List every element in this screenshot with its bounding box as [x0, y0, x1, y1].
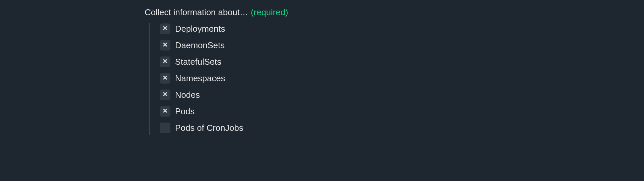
checkbox-namespaces[interactable]: [160, 73, 170, 84]
checkbox-row-pods[interactable]: Pods: [160, 106, 644, 117]
checkbox-label[interactable]: StatefulSets: [175, 57, 221, 67]
x-icon: [162, 75, 168, 82]
checkbox-row-namespaces[interactable]: Namespaces: [160, 73, 644, 84]
checkbox-nodes[interactable]: [160, 90, 170, 100]
checkbox-deployments[interactable]: [160, 23, 170, 34]
checkbox-label[interactable]: Pods: [175, 106, 195, 117]
section-header: Collect information about… (required): [145, 7, 644, 18]
checkbox-row-pods-cronjobs[interactable]: Pods of CronJobs: [160, 123, 644, 133]
checkbox-label[interactable]: Pods of CronJobs: [175, 123, 243, 133]
checkbox-label[interactable]: Nodes: [175, 90, 200, 100]
checkbox-label[interactable]: Deployments: [175, 24, 225, 34]
checkbox-pods-cronjobs[interactable]: [160, 123, 170, 133]
section-title: Collect information about…: [145, 7, 248, 18]
checkbox-row-deployments[interactable]: Deployments: [160, 23, 644, 34]
checkbox-pods[interactable]: [160, 106, 170, 117]
x-icon: [162, 58, 168, 65]
x-icon: [162, 91, 168, 98]
checkbox-statefulsets[interactable]: [160, 56, 170, 67]
x-icon: [162, 42, 168, 49]
checkbox-label[interactable]: Namespaces: [175, 73, 225, 84]
checkbox-label[interactable]: DaemonSets: [175, 40, 225, 51]
checkbox-daemonsets[interactable]: [160, 40, 170, 51]
checkbox-row-daemonsets[interactable]: DaemonSets: [160, 40, 644, 51]
x-icon: [162, 108, 168, 115]
checkbox-row-nodes[interactable]: Nodes: [160, 90, 644, 100]
required-label: (required): [251, 7, 288, 18]
checkbox-row-statefulsets[interactable]: StatefulSets: [160, 56, 644, 67]
x-icon: [162, 25, 168, 32]
checkbox-list: Deployments DaemonSets StatefulSets Name…: [149, 23, 644, 135]
